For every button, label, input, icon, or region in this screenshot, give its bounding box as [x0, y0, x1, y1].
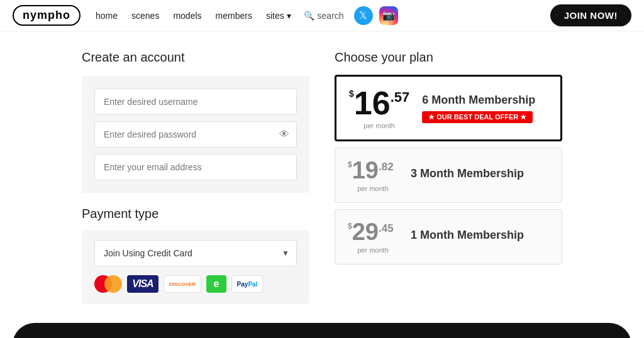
plan-1month[interactable]: $ 29 .45 per month 1 Month Membership [335, 209, 562, 264]
main-content: Create an account 👁 Payment type Join Us… [0, 31, 644, 317]
plan-3month-price-block: $ 19 .82 per month [348, 158, 398, 192]
plan-6month-info: 6 Month Membership OUR BEST DEAL OFFER [422, 94, 548, 123]
social-icons: 𝕏 📷 [354, 6, 398, 25]
plan-3month-info: 3 Month Membership [411, 167, 549, 184]
cta-banner[interactable]: CLICK HERE TO SIGN UP [13, 323, 631, 338]
plan-1month-info: 1 Month Membership [411, 229, 549, 246]
visa-icon: VISA [127, 275, 158, 293]
nav-members[interactable]: members [216, 11, 252, 21]
plan-1month-price: $ 29 .45 [348, 220, 398, 244]
create-account-title: Create an account [82, 50, 309, 65]
plan-6month[interactable]: $ 16 .57 per month 6 Month Membership OU… [335, 75, 562, 141]
eye-icon[interactable]: 👁 [279, 129, 289, 140]
payment-title: Payment type [82, 207, 309, 221]
right-column: Choose your plan $ 16 .57 per month 6 Mo… [335, 50, 562, 304]
nav-models[interactable]: models [173, 11, 201, 21]
discover-icon: DISCOVER [164, 275, 201, 293]
twitter-icon[interactable]: 𝕏 [354, 6, 373, 25]
email-input[interactable] [94, 154, 297, 180]
search-label: search [318, 11, 344, 21]
navbar: nympho home scenes models members sites … [0, 0, 644, 31]
search-icon: 🔍 [304, 11, 314, 21]
plan-3month[interactable]: $ 19 .82 per month 3 Month Membership [335, 148, 562, 203]
plan-1month-price-block: $ 29 .45 per month [348, 220, 398, 254]
password-input[interactable] [94, 121, 297, 148]
left-column: Create an account 👁 Payment type Join Us… [82, 50, 309, 304]
mastercard-icon [94, 275, 122, 293]
e-payment-icon: e [206, 275, 226, 293]
instagram-icon[interactable]: 📷 [379, 6, 398, 25]
card-icons: VISA DISCOVER e PayPal [94, 275, 297, 293]
nav-sites[interactable]: sites [266, 11, 291, 21]
plan-6month-price-block: $ 16 .57 per month [349, 87, 409, 129]
account-form-box: 👁 [82, 76, 309, 193]
best-deal-badge: OUR BEST DEAL OFFER [422, 111, 533, 123]
plan-title: Choose your plan [335, 50, 562, 65]
payment-box: Join Using Credit Card ▼ VISA DISCOVER [82, 230, 309, 304]
logo[interactable]: nympho [13, 5, 80, 26]
paypal-icon: PayPal [231, 275, 263, 293]
nav-links: home scenes models members sites [96, 11, 291, 21]
plan-6month-price: $ 16 .57 [349, 87, 409, 119]
username-input[interactable] [94, 89, 297, 115]
nav-scenes[interactable]: scenes [131, 11, 159, 21]
payment-select[interactable]: Join Using Credit Card [94, 240, 297, 266]
plan-3month-price: $ 19 .82 [348, 158, 398, 182]
cta-label: CLICK HERE TO SIGN UP [178, 334, 466, 338]
nav-home[interactable]: home [96, 11, 118, 21]
password-wrap: 👁 [94, 121, 297, 148]
search-button[interactable]: 🔍 search [304, 11, 344, 21]
payment-select-wrap: Join Using Credit Card ▼ [94, 240, 297, 266]
join-button[interactable]: JOIN NOW! [550, 4, 631, 26]
